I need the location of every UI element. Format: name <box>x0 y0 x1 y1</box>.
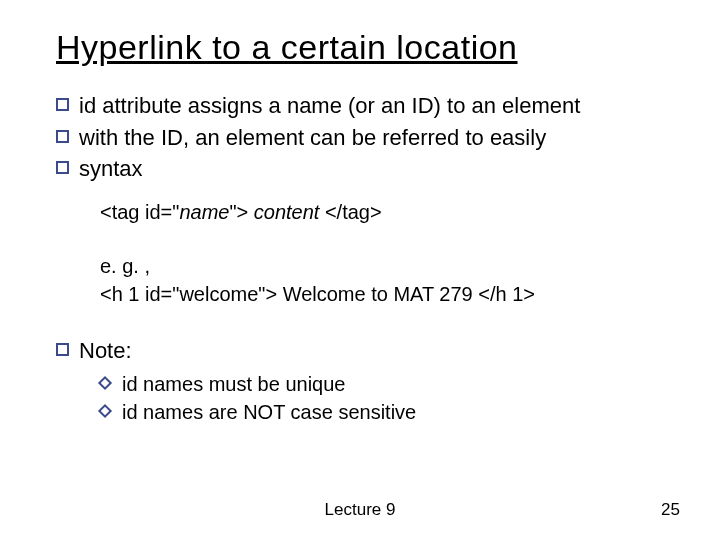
syntax-block: <tag id="name"> content </tag> <box>100 198 672 226</box>
syntax-content: content <box>248 201 325 223</box>
note-sub-bullets: id names must be unique id names are NOT… <box>100 370 672 426</box>
note-sub-1: id names must be unique <box>100 370 672 398</box>
main-bullets: id attribute assigns a name (or an ID) t… <box>56 91 672 184</box>
bullet-2: with the ID, an element can be referred … <box>56 123 672 153</box>
slide-title: Hyperlink to a certain location <box>56 28 672 67</box>
syntax-close: </tag> <box>325 201 382 223</box>
square-bullet-icon <box>56 161 69 174</box>
bullet-note: Note: <box>56 336 672 366</box>
bullet-1-post: attribute assigns a name (or an ID) to a… <box>96 93 580 118</box>
slide: Hyperlink to a certain location id attri… <box>0 0 720 540</box>
note-heading: Note: <box>79 336 672 366</box>
bullet-2-text: with the ID, an element can be referred … <box>79 123 672 153</box>
page-number: 25 <box>661 500 680 520</box>
example-line: <h 1 id="welcome"> Welcome to MAT 279 </… <box>100 280 672 308</box>
note-sub-2: id names are NOT case sensitive <box>100 398 672 426</box>
syntax-open2: "> <box>229 201 248 223</box>
diamond-bullet-icon <box>98 376 112 390</box>
diamond-bullet-icon <box>98 404 112 418</box>
bullet-3: syntax <box>56 154 672 184</box>
syntax-open1: <tag id=" <box>100 201 179 223</box>
bullet-3-text: syntax <box>79 154 672 184</box>
syntax-name: name <box>179 201 229 223</box>
bullet-1-pre: id <box>79 93 96 118</box>
note-sub-1-text: id names must be unique <box>122 370 345 398</box>
note-sub-2-text: id names are NOT case sensitive <box>122 398 416 426</box>
example-block: e. g. , <h 1 id="welcome"> Welcome to MA… <box>100 252 672 308</box>
bullet-1: id attribute assigns a name (or an ID) t… <box>56 91 672 121</box>
note-bullets: Note: <box>56 336 672 366</box>
example-label: e. g. , <box>100 252 672 280</box>
square-bullet-icon <box>56 130 69 143</box>
bullet-1-text: id attribute assigns a name (or an ID) t… <box>79 91 672 121</box>
footer-center: Lecture 9 <box>0 500 720 520</box>
square-bullet-icon <box>56 98 69 111</box>
square-bullet-icon <box>56 343 69 356</box>
